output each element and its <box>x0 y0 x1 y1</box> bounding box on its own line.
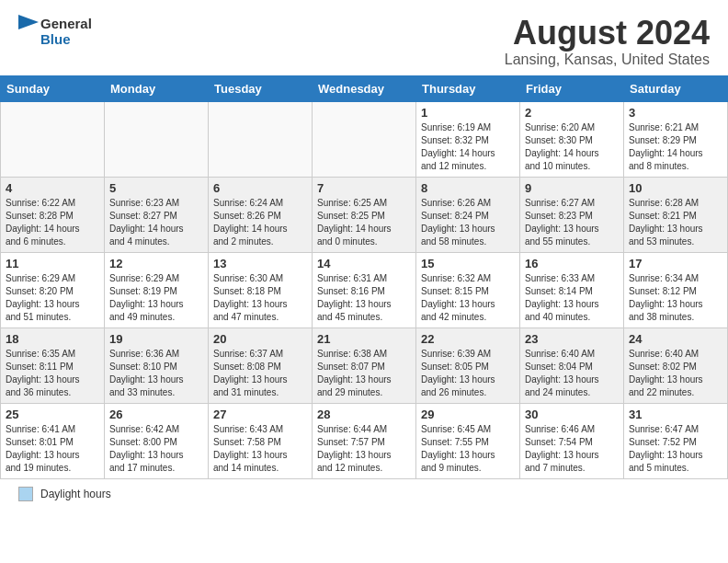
calendar-cell: 22Sunrise: 6:39 AM Sunset: 8:05 PM Dayli… <box>416 327 520 403</box>
day-info: Sunrise: 6:42 AM Sunset: 8:00 PM Dayligh… <box>109 423 203 475</box>
legend-color-box <box>18 487 33 501</box>
day-info: Sunrise: 6:45 AM Sunset: 7:55 PM Dayligh… <box>421 423 515 475</box>
calendar-cell: 10Sunrise: 6:28 AM Sunset: 8:21 PM Dayli… <box>624 177 728 252</box>
day-info: Sunrise: 6:23 AM Sunset: 8:27 PM Dayligh… <box>109 197 203 248</box>
calendar-cell <box>313 101 416 177</box>
calendar-week-row: 11Sunrise: 6:29 AM Sunset: 8:20 PM Dayli… <box>1 252 728 327</box>
calendar-cell: 8Sunrise: 6:26 AM Sunset: 8:24 PM Daylig… <box>416 177 520 252</box>
day-info: Sunrise: 6:31 AM Sunset: 8:16 PM Dayligh… <box>317 272 411 324</box>
day-number: 8 <box>421 181 515 195</box>
calendar-cell: 31Sunrise: 6:47 AM Sunset: 7:52 PM Dayli… <box>624 403 728 478</box>
calendar-cell: 17Sunrise: 6:34 AM Sunset: 8:12 PM Dayli… <box>624 252 728 327</box>
calendar-cell: 9Sunrise: 6:27 AM Sunset: 8:23 PM Daylig… <box>520 177 624 252</box>
day-number: 19 <box>109 332 203 346</box>
calendar-header-row: SundayMondayTuesdayWednesdayThursdayFrid… <box>1 75 728 101</box>
calendar-cell: 14Sunrise: 6:31 AM Sunset: 8:16 PM Dayli… <box>313 252 416 327</box>
calendar-cell <box>105 101 209 177</box>
calendar-header-sunday: Sunday <box>1 75 105 101</box>
calendar-week-row: 4Sunrise: 6:22 AM Sunset: 8:28 PM Daylig… <box>1 177 728 252</box>
day-info: Sunrise: 6:46 AM Sunset: 7:54 PM Dayligh… <box>525 423 619 475</box>
day-number: 17 <box>629 257 722 270</box>
calendar-header-friday: Friday <box>520 75 624 101</box>
day-info: Sunrise: 6:27 AM Sunset: 8:23 PM Dayligh… <box>525 197 619 248</box>
calendar-cell: 27Sunrise: 6:43 AM Sunset: 7:58 PM Dayli… <box>209 403 313 478</box>
day-number: 20 <box>213 332 307 346</box>
day-number: 30 <box>525 408 619 421</box>
calendar-cell: 16Sunrise: 6:33 AM Sunset: 8:14 PM Dayli… <box>520 252 624 327</box>
day-info: Sunrise: 6:20 AM Sunset: 8:30 PM Dayligh… <box>525 121 619 173</box>
day-info: Sunrise: 6:37 AM Sunset: 8:08 PM Dayligh… <box>213 348 307 399</box>
day-number: 29 <box>421 408 515 421</box>
calendar-cell: 18Sunrise: 6:35 AM Sunset: 8:11 PM Dayli… <box>1 327 105 403</box>
calendar-cell <box>209 101 313 177</box>
calendar-cell: 26Sunrise: 6:42 AM Sunset: 8:00 PM Dayli… <box>105 403 209 478</box>
day-number: 10 <box>629 181 722 195</box>
calendar-cell: 12Sunrise: 6:29 AM Sunset: 8:19 PM Dayli… <box>105 252 209 327</box>
day-number: 16 <box>525 257 619 270</box>
location-subtitle: Lansing, Kansas, United States <box>505 52 710 68</box>
calendar-cell: 11Sunrise: 6:29 AM Sunset: 8:20 PM Dayli… <box>1 252 105 327</box>
day-number: 28 <box>317 408 411 421</box>
day-number: 1 <box>421 106 515 120</box>
calendar-header-tuesday: Tuesday <box>209 75 313 101</box>
day-number: 3 <box>629 106 722 120</box>
calendar-cell: 5Sunrise: 6:23 AM Sunset: 8:27 PM Daylig… <box>105 177 209 252</box>
calendar-header-saturday: Saturday <box>624 75 728 101</box>
day-number: 14 <box>317 257 411 270</box>
day-number: 31 <box>629 408 722 421</box>
calendar-table: SundayMondayTuesdayWednesdayThursdayFrid… <box>0 75 728 479</box>
day-info: Sunrise: 6:34 AM Sunset: 8:12 PM Dayligh… <box>629 272 722 324</box>
calendar-cell: 20Sunrise: 6:37 AM Sunset: 8:08 PM Dayli… <box>209 327 313 403</box>
calendar-cell: 6Sunrise: 6:24 AM Sunset: 8:26 PM Daylig… <box>209 177 313 252</box>
day-info: Sunrise: 6:44 AM Sunset: 7:57 PM Dayligh… <box>317 423 411 475</box>
calendar-cell: 21Sunrise: 6:38 AM Sunset: 8:07 PM Dayli… <box>313 327 416 403</box>
day-info: Sunrise: 6:40 AM Sunset: 8:02 PM Dayligh… <box>629 348 722 399</box>
calendar-cell: 15Sunrise: 6:32 AM Sunset: 8:15 PM Dayli… <box>416 252 520 327</box>
calendar-cell: 4Sunrise: 6:22 AM Sunset: 8:28 PM Daylig… <box>1 177 105 252</box>
day-info: Sunrise: 6:25 AM Sunset: 8:25 PM Dayligh… <box>317 197 411 248</box>
day-info: Sunrise: 6:26 AM Sunset: 8:24 PM Dayligh… <box>421 197 515 248</box>
calendar-cell <box>1 101 105 177</box>
day-info: Sunrise: 6:33 AM Sunset: 8:14 PM Dayligh… <box>525 272 619 324</box>
day-number: 27 <box>213 408 307 421</box>
calendar-cell: 3Sunrise: 6:21 AM Sunset: 8:29 PM Daylig… <box>624 101 728 177</box>
day-number: 12 <box>109 257 203 270</box>
day-number: 23 <box>525 332 619 346</box>
calendar-cell: 29Sunrise: 6:45 AM Sunset: 7:55 PM Dayli… <box>416 403 520 478</box>
day-info: Sunrise: 6:38 AM Sunset: 8:07 PM Dayligh… <box>317 348 411 399</box>
day-number: 5 <box>109 181 203 195</box>
calendar-header-monday: Monday <box>105 75 209 101</box>
day-info: Sunrise: 6:19 AM Sunset: 8:32 PM Dayligh… <box>421 121 515 173</box>
day-number: 13 <box>213 257 307 270</box>
logo-flag-icon <box>18 15 39 48</box>
logo: General Blue <box>18 15 92 48</box>
day-info: Sunrise: 6:22 AM Sunset: 8:28 PM Dayligh… <box>6 197 99 248</box>
day-info: Sunrise: 6:29 AM Sunset: 8:20 PM Dayligh… <box>6 272 99 324</box>
calendar-cell: 25Sunrise: 6:41 AM Sunset: 8:01 PM Dayli… <box>1 403 105 478</box>
day-number: 26 <box>109 408 203 421</box>
day-info: Sunrise: 6:24 AM Sunset: 8:26 PM Dayligh… <box>213 197 307 248</box>
calendar-week-row: 18Sunrise: 6:35 AM Sunset: 8:11 PM Dayli… <box>1 327 728 403</box>
svg-marker-0 <box>18 15 39 29</box>
calendar-cell: 13Sunrise: 6:30 AM Sunset: 8:18 PM Dayli… <box>209 252 313 327</box>
footer: Daylight hours <box>0 479 728 509</box>
calendar-cell: 30Sunrise: 6:46 AM Sunset: 7:54 PM Dayli… <box>520 403 624 478</box>
day-number: 9 <box>525 181 619 195</box>
day-number: 21 <box>317 332 411 346</box>
day-info: Sunrise: 6:41 AM Sunset: 8:01 PM Dayligh… <box>6 423 99 475</box>
day-info: Sunrise: 6:32 AM Sunset: 8:15 PM Dayligh… <box>421 272 515 324</box>
day-info: Sunrise: 6:36 AM Sunset: 8:10 PM Dayligh… <box>109 348 203 399</box>
page-header: General Blue August 2024 Lansing, Kansas… <box>0 0 728 75</box>
month-year-title: August 2024 <box>505 15 710 52</box>
calendar-week-row: 1Sunrise: 6:19 AM Sunset: 8:32 PM Daylig… <box>1 101 728 177</box>
calendar-cell: 2Sunrise: 6:20 AM Sunset: 8:30 PM Daylig… <box>520 101 624 177</box>
day-number: 11 <box>6 257 99 270</box>
calendar-cell: 1Sunrise: 6:19 AM Sunset: 8:32 PM Daylig… <box>416 101 520 177</box>
calendar-cell: 24Sunrise: 6:40 AM Sunset: 8:02 PM Dayli… <box>624 327 728 403</box>
day-info: Sunrise: 6:47 AM Sunset: 7:52 PM Dayligh… <box>629 423 722 475</box>
day-info: Sunrise: 6:29 AM Sunset: 8:19 PM Dayligh… <box>109 272 203 324</box>
day-info: Sunrise: 6:43 AM Sunset: 7:58 PM Dayligh… <box>213 423 307 475</box>
day-number: 15 <box>421 257 515 270</box>
calendar-cell: 23Sunrise: 6:40 AM Sunset: 8:04 PM Dayli… <box>520 327 624 403</box>
day-number: 25 <box>6 408 99 421</box>
